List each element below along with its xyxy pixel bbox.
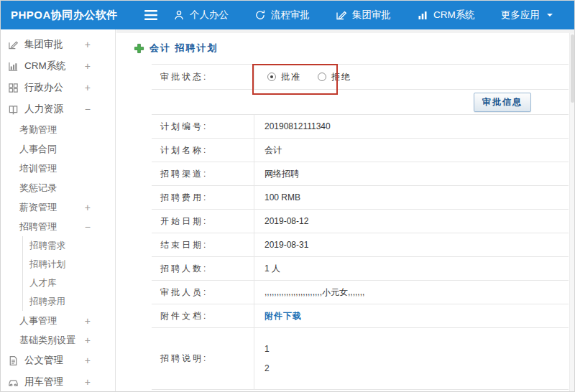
detail-fields-table: 计划编号: 20190812111340 计划名称: 会计 招聘渠道: 网络招聘…: [152, 114, 569, 390]
field-label: 审批状态:: [152, 65, 254, 89]
expand-toggle[interactable]: +: [85, 202, 91, 213]
chevron-down-icon: [546, 11, 553, 19]
radio-reject[interactable]: [318, 73, 326, 81]
page-title-text: 会计 招聘计划: [150, 42, 218, 55]
approval-radio-group: 批准 拒绝: [254, 65, 569, 89]
book-icon: [8, 104, 19, 115]
phpoa-app-window: PHPOA协同办公软件 个人办公 流程审批 集团审批: [0, 0, 575, 392]
vertical-scrollbar[interactable]: [569, 33, 574, 391]
radio-reject-label[interactable]: 拒绝: [331, 71, 351, 83]
expand-toggle[interactable]: +: [85, 316, 91, 326]
sidebar-item-human-resources[interactable]: 人力资源 −: [1, 98, 115, 120]
car-icon: [8, 377, 19, 388]
field-row-plan-name: 计划名称: 会计: [152, 139, 569, 162]
plus-icon: [134, 43, 144, 54]
nav-personal-office[interactable]: 个人办公: [173, 9, 229, 22]
radio-approve-label[interactable]: 批准: [281, 71, 301, 83]
page-title: 会计 招聘计划: [134, 41, 574, 55]
edit-icon: [8, 39, 19, 50]
nav-label: 个人办公: [190, 9, 229, 22]
top-navigation: 个人办公 流程审批 集团审批 CRM系统 更多应用: [173, 9, 553, 22]
recruit-plan-detail-form: 审批状态: 批准 拒绝 审批信息 计划编号: 201908: [152, 64, 569, 390]
expand-toggle[interactable]: +: [85, 335, 91, 345]
sidebar-item-base-category-settings[interactable]: 基础类别设置 +: [1, 330, 115, 350]
expand-toggle[interactable]: +: [85, 377, 91, 387]
nav-crm-system[interactable]: CRM系统: [417, 9, 475, 22]
recruitment-submenu: 招聘需求 招聘计划 人才库 招聘录用: [22, 236, 115, 311]
hamburger-menu-icon[interactable]: [142, 10, 160, 20]
bar-chart-icon: [417, 9, 428, 21]
sidebar-item-vehicle-mgmt[interactable]: 用车管理 +: [1, 371, 115, 391]
sidebar-item-document-mgmt[interactable]: 公文管理 +: [1, 350, 115, 371]
sidebar-item-personnel-mgmt[interactable]: 人事管理 +: [1, 311, 115, 330]
field-row-attachment: 附件文档: 附件下载: [152, 304, 569, 328]
expand-toggle[interactable]: −: [85, 222, 91, 232]
radio-approve[interactable]: [267, 73, 276, 81]
expand-toggle[interactable]: +: [85, 61, 91, 71]
field-row-headcount: 招聘人数: 1 人: [152, 257, 569, 281]
field-row-end-date: 结束日期: 2019-08-31: [152, 233, 569, 257]
person-icon: [173, 9, 185, 21]
edit-icon: [336, 9, 347, 21]
nav-label: 流程审批: [271, 9, 310, 22]
field-row-plan-number: 计划编号: 20190812111340: [152, 115, 569, 139]
expand-toggle[interactable]: −: [85, 104, 91, 114]
field-row-start-date: 开始日期: 2019-08-12: [152, 210, 569, 233]
document-icon: [8, 355, 19, 366]
sidebar: 集团审批 + CRM系统 + 行政办公 + 人力资源 − 考勤管理 人事合同 培…: [1, 29, 116, 391]
nav-workflow-approval[interactable]: 流程审批: [254, 9, 310, 22]
sidebar-item-recruit-plan[interactable]: 招聘计划: [23, 255, 115, 274]
bar-chart-icon: [8, 61, 19, 72]
field-row-recruit-channel: 招聘渠道: 网络招聘: [152, 162, 569, 186]
nav-group-approval[interactable]: 集团审批: [336, 9, 391, 22]
scrollbar-thumb[interactable]: [571, 34, 574, 103]
office-grid-icon: [8, 83, 19, 93]
nav-more-apps[interactable]: 更多应用: [501, 9, 553, 22]
approval-status-row: 审批状态: 批准 拒绝: [152, 64, 569, 90]
nav-label: CRM系统: [433, 9, 475, 22]
main-content: 会计 招聘计划 审批状态: 批准 拒绝 审批信息: [116, 29, 574, 391]
cycle-icon: [254, 9, 266, 21]
sidebar-item-group-approval[interactable]: 集团审批 +: [1, 34, 115, 55]
expand-toggle[interactable]: +: [85, 83, 91, 93]
sidebar-item-admin-office[interactable]: 行政办公 +: [1, 77, 115, 98]
approval-info-button[interactable]: 审批信息: [474, 93, 531, 112]
expand-toggle[interactable]: +: [85, 355, 91, 365]
sidebar-item-salary-mgmt[interactable]: 薪资管理 +: [1, 197, 115, 217]
field-row-recruit-cost: 招聘费用: 100 RMB: [152, 186, 569, 210]
app-brand: PHPOA协同办公软件: [1, 9, 142, 22]
sidebar-item-reward-records[interactable]: 奖惩记录: [1, 178, 115, 197]
expand-toggle[interactable]: +: [85, 39, 91, 50]
nav-label: 集团审批: [352, 9, 391, 22]
sidebar-item-talent-pool[interactable]: 人才库: [23, 274, 115, 292]
sidebar-item-training-mgmt[interactable]: 培训管理: [1, 159, 115, 178]
field-row-recruit-description: 招聘说明: 1 2: [152, 328, 569, 390]
sidebar-item-recruitment-mgmt[interactable]: 招聘管理 −: [1, 217, 115, 236]
attachment-download-link[interactable]: 附件下载: [254, 304, 569, 327]
topbar: PHPOA协同办公软件 个人办公 流程审批 集团审批: [1, 1, 575, 29]
nav-label: 更多应用: [501, 9, 540, 22]
sidebar-item-recruit-demand[interactable]: 招聘需求: [23, 236, 115, 255]
sidebar-item-hr-contract[interactable]: 人事合同: [1, 139, 115, 159]
sidebar-item-crm-system[interactable]: CRM系统 +: [1, 55, 115, 77]
approval-toolbar: 审批信息: [152, 90, 569, 114]
sidebar-item-recruit-hire[interactable]: 招聘录用: [23, 292, 115, 311]
sidebar-item-attendance-mgmt[interactable]: 考勤管理: [1, 120, 115, 139]
field-row-approvers: 审批人员: ,,,,,,,,,,,,,,,,,,,,,,,,小元女,,,,,,,: [152, 281, 569, 304]
